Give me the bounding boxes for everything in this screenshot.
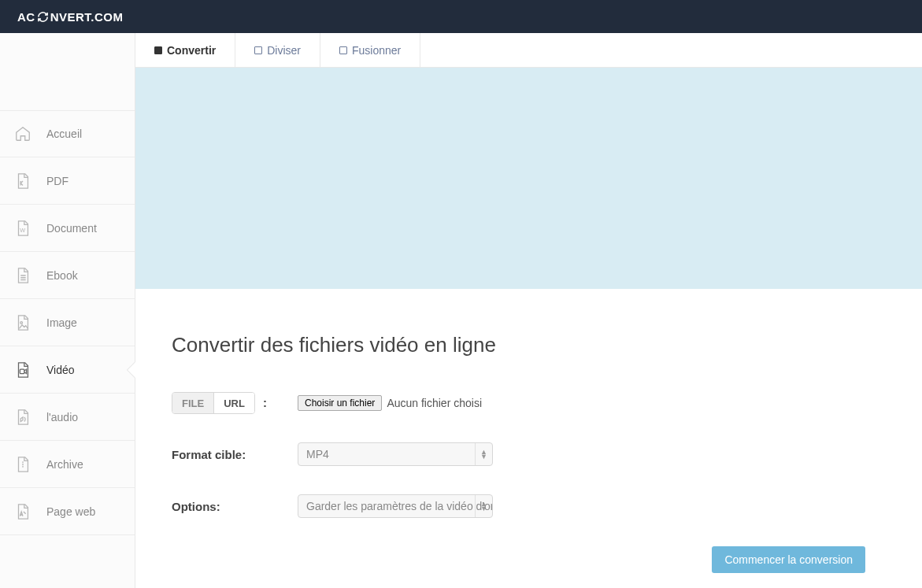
sidebar-item-accueil[interactable]: Accueil [0,110,135,157]
brand-logo[interactable]: AC NVERT.COM [17,10,124,24]
sidebar-item-pdf[interactable]: PDF [0,157,135,205]
chevron-sort-icon: ▲▼ [475,443,487,465]
sidebar-item-label: PDF [46,175,69,187]
square-icon [154,46,162,54]
svg-point-1 [20,321,23,324]
brand-prefix: AC [17,10,35,24]
file-status: Aucun fichier choisi [387,397,482,409]
options-select[interactable]: Garder les paramètres de la vidéo d'orig… [298,494,493,518]
tabs-bar: ConvertirDiviserFusionner [135,33,922,68]
tab-label: Fusionner [352,44,401,57]
ebook-icon [11,267,35,284]
doc-icon: W [11,220,35,237]
sidebar-item-label: Ebook [46,269,78,282]
sidebar-item-vid-o[interactable]: Vidéo [0,346,135,394]
sidebar-item-label: Document [46,222,97,235]
sidebar-item-label: Image [46,316,77,329]
square-icon [254,46,262,54]
sidebar-item-page-web[interactable]: Page web [0,488,135,535]
sidebar-item-l-audio[interactable]: l'audio [0,394,135,441]
sidebar-item-label: Vidéo [46,364,75,376]
sidebar-item-document[interactable]: WDocument [0,205,135,252]
source-colon: : [263,396,267,409]
format-label: Format cible: [172,448,298,461]
ad-banner [135,68,922,289]
options-value: Garder les paramètres de la vidéo d'orig… [306,500,493,512]
video-icon [11,361,35,379]
tab-label: Convertir [167,44,216,57]
source-tabs: FILE URL [172,392,255,414]
web-icon [11,503,35,520]
sidebar-item-label: Accueil [46,128,82,140]
source-tab-url[interactable]: URL [213,393,254,413]
sidebar: AccueilPDFWDocumentEbookImageVidéol'audi… [0,33,135,588]
home-icon [11,125,35,142]
app-header: AC NVERT.COM [0,0,922,33]
chevron-sort-icon: ▲▼ [475,495,487,517]
sidebar-item-ebook[interactable]: Ebook [0,252,135,299]
sidebar-item-archive[interactable]: Archive [0,441,135,488]
sidebar-item-label: Archive [46,458,83,471]
pdf-icon [11,172,35,190]
svg-text:W: W [20,226,25,233]
audio-icon [11,409,35,426]
image-icon [11,314,35,331]
target-format-value: MP4 [306,448,329,460]
tab-convertir[interactable]: Convertir [135,33,235,67]
refresh-icon [37,11,49,23]
svg-rect-2 [20,369,24,374]
source-label-area: FILE URL : [172,392,298,414]
source-tab-file[interactable]: FILE [172,393,213,413]
choose-file-button[interactable]: Choisir un fichier [298,395,382,411]
start-conversion-button[interactable]: Commencer la conversion [712,546,865,573]
options-label: Options: [172,500,298,513]
sidebar-item-label: Page web [46,505,95,518]
sidebar-item-label: l'audio [46,411,78,423]
sidebar-item-image[interactable]: Image [0,299,135,346]
archive-icon [11,456,35,473]
brand-suffix: NVERT.COM [50,10,124,24]
tab-diviser[interactable]: Diviser [235,33,320,67]
square-icon [339,46,347,54]
page-title: Convertir des fichiers vidéo en ligne [172,333,886,357]
tab-label: Diviser [267,44,301,57]
target-format-select[interactable]: MP4 ▲▼ [298,442,493,466]
tab-fusionner[interactable]: Fusionner [320,33,420,67]
